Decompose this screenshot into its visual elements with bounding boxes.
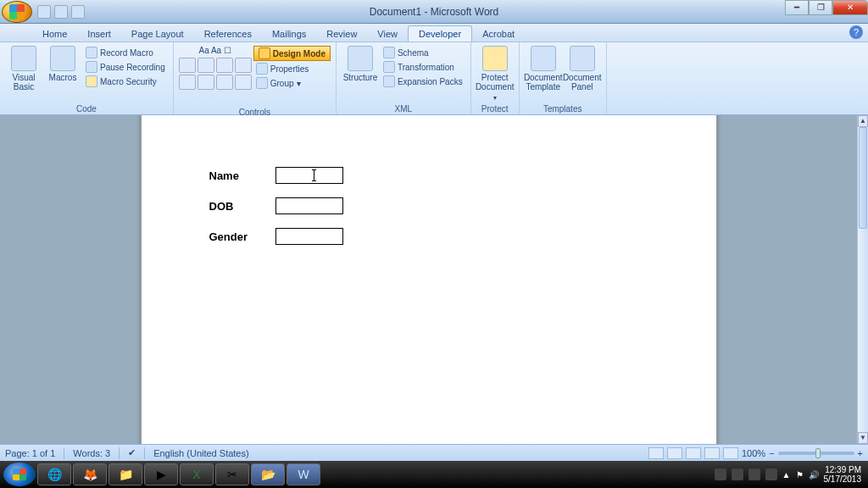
spellcheck-icon[interactable]: ✔	[128, 447, 136, 458]
visual-basic-icon	[11, 46, 36, 71]
taskbar-snip-icon[interactable]: ✂	[215, 463, 249, 485]
tab-mailings[interactable]: Mailings	[262, 26, 316, 42]
maximize-button[interactable]: ❐	[809, 0, 832, 15]
vertical-scrollbar[interactable]: ▲ ▼	[857, 115, 868, 444]
tab-developer[interactable]: Developer	[408, 25, 472, 42]
help-icon[interactable]: ?	[849, 25, 863, 39]
view-draft-button[interactable]	[723, 447, 738, 459]
ribbon: Visual Basic Macros Record Macro Pause R…	[0, 42, 868, 115]
group-label-code: Code	[5, 103, 168, 114]
tab-review[interactable]: Review	[316, 26, 367, 42]
system-clock[interactable]: 12:39 PM 5/17/2013	[824, 465, 862, 484]
properties-icon	[256, 63, 268, 75]
protect-icon	[482, 46, 508, 71]
group-label-xml: XML	[342, 103, 465, 114]
dob-field[interactable]	[275, 197, 343, 214]
view-outline-button[interactable]	[704, 447, 720, 459]
tab-home[interactable]: Home	[32, 26, 77, 42]
tray-icon[interactable]	[732, 469, 743, 480]
macros-icon	[50, 46, 75, 71]
pause-recording-button[interactable]: Pause Recording	[83, 60, 168, 74]
document-template-button[interactable]: Document Template	[525, 44, 562, 103]
tab-insert[interactable]: Insert	[77, 26, 121, 42]
zoom-in-button[interactable]: +	[858, 448, 863, 458]
zoom-thumb[interactable]	[815, 448, 821, 458]
visual-basic-button[interactable]: Visual Basic	[5, 44, 42, 103]
taskbar-word-icon[interactable]: W	[287, 463, 320, 485]
taskbar-explorer-icon[interactable]: 📁	[108, 463, 142, 485]
tab-page-layout[interactable]: Page Layout	[121, 26, 194, 42]
record-icon	[86, 47, 97, 58]
group-label-templates: Templates	[525, 103, 601, 114]
taskbar-firefox-icon[interactable]: 🦊	[73, 463, 107, 485]
panel-icon	[570, 46, 595, 71]
tray-icon[interactable]	[715, 469, 726, 480]
properties-button[interactable]: Properties	[253, 62, 331, 75]
document-panel-button[interactable]: Document Panel	[564, 44, 601, 103]
name-field[interactable]	[275, 167, 343, 184]
transformation-icon	[383, 61, 395, 73]
qat-redo-icon[interactable]	[71, 5, 85, 19]
status-page[interactable]: Page: 1 of 1	[5, 448, 55, 458]
tab-view[interactable]: View	[367, 26, 408, 42]
status-words[interactable]: Words: 3	[73, 448, 110, 458]
expansion-icon	[383, 75, 395, 87]
view-web-layout-button[interactable]	[686, 447, 701, 459]
control-gallery[interactable]	[179, 55, 252, 107]
protect-document-button[interactable]: Protect Document▾	[476, 44, 514, 103]
taskbar-excel-icon[interactable]: X	[180, 463, 214, 485]
pause-icon	[86, 61, 97, 73]
schema-icon	[383, 47, 395, 58]
design-mode-button[interactable]: Design Mode	[253, 46, 331, 61]
taskbar-chrome-icon[interactable]: 🌐	[37, 463, 71, 485]
structure-button[interactable]: Structure	[342, 44, 379, 103]
taskbar: 🌐 🦊 📁 ▶ X ✂ 📂 W ▲ ⚑ 🔊 12:39 PM 5/17/2013	[0, 461, 868, 488]
gender-label: Gender	[209, 230, 275, 243]
transformation-button[interactable]: Transformation	[381, 60, 465, 74]
text-cursor-icon	[314, 169, 314, 181]
group-icon	[256, 77, 268, 89]
qat-undo-icon[interactable]	[54, 5, 68, 19]
tray-icon[interactable]	[748, 469, 760, 480]
name-label: Name	[209, 169, 275, 182]
taskbar-media-icon[interactable]: ▶	[144, 463, 178, 485]
tray-volume-icon[interactable]: 🔊	[809, 470, 819, 480]
group-button[interactable]: Group ▾	[253, 76, 331, 90]
document-page[interactable]: Name DOB Gender	[141, 115, 717, 444]
group-label-protect: Protect	[476, 103, 514, 114]
close-button[interactable]: ✕	[832, 0, 868, 15]
status-bar: Page: 1 of 1 Words: 3 ✔ English (United …	[0, 444, 868, 461]
macro-security-button[interactable]: Macro Security	[83, 75, 168, 88]
zoom-out-button[interactable]: −	[769, 448, 774, 458]
view-print-layout-button[interactable]	[648, 447, 664, 459]
taskbar-folder-icon[interactable]: 📂	[251, 463, 285, 485]
minimize-button[interactable]: ━	[785, 0, 809, 15]
dob-label: DOB	[209, 200, 275, 213]
document-area: Name DOB Gender	[0, 115, 857, 444]
structure-icon	[348, 46, 373, 71]
status-language[interactable]: English (United States)	[153, 448, 249, 458]
scroll-down-icon[interactable]: ▼	[858, 432, 868, 444]
tray-icon[interactable]	[765, 469, 777, 480]
scroll-up-icon[interactable]: ▲	[858, 115, 868, 127]
security-icon	[86, 75, 97, 87]
expansion-packs-button[interactable]: Expansion Packs	[381, 75, 465, 88]
qat-save-icon[interactable]	[37, 5, 51, 19]
design-mode-icon	[259, 47, 270, 59]
ribbon-tabs: Home Insert Page Layout References Maili…	[0, 24, 868, 42]
tab-acrobat[interactable]: Acrobat	[472, 26, 525, 42]
office-button[interactable]	[2, 1, 32, 23]
window-title: Document1 - Microsoft Word	[370, 6, 499, 18]
zoom-level[interactable]: 100%	[742, 448, 765, 458]
view-full-screen-button[interactable]	[667, 447, 682, 459]
record-macro-button[interactable]: Record Macro	[83, 46, 168, 59]
gender-field[interactable]	[275, 228, 343, 245]
zoom-slider[interactable]	[778, 452, 854, 455]
tab-references[interactable]: References	[194, 26, 262, 42]
macros-button[interactable]: Macros	[44, 44, 81, 103]
start-button[interactable]	[3, 463, 36, 486]
schema-button[interactable]: Schema	[381, 46, 465, 59]
tray-flag-icon[interactable]: ⚑	[796, 470, 804, 480]
scroll-thumb[interactable]	[859, 127, 867, 229]
tray-expand-icon[interactable]: ▲	[782, 470, 791, 480]
